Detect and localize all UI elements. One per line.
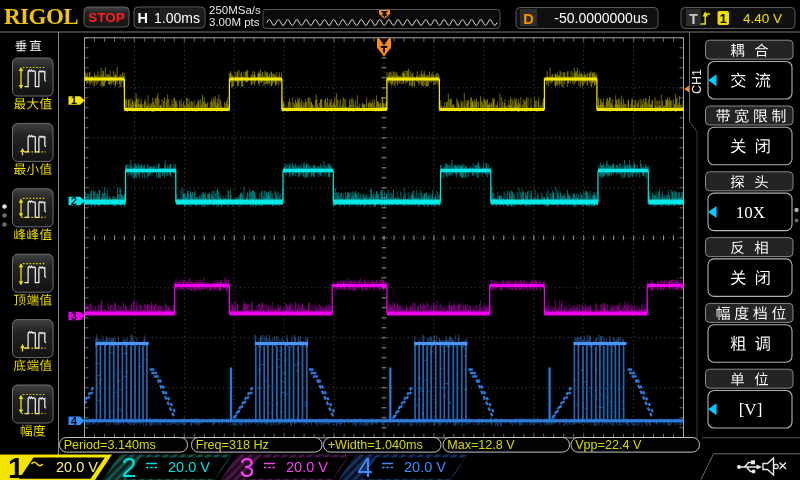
svg-text:4.40 V: 4.40 V <box>743 11 782 26</box>
svg-text:2: 2 <box>122 453 137 480</box>
svg-text:10X: 10X <box>736 203 765 222</box>
svg-text:20.0 V: 20.0 V <box>404 459 446 475</box>
svg-text:250MSa/s: 250MSa/s <box>209 4 261 16</box>
svg-text:RIGOL: RIGOL <box>4 4 78 29</box>
svg-text:20.0 V: 20.0 V <box>168 459 210 475</box>
svg-text:20.0 V: 20.0 V <box>286 459 328 475</box>
svg-text:CH1: CH1 <box>690 69 704 94</box>
svg-text:3.00M pts: 3.00M pts <box>209 16 260 28</box>
svg-text:STOP: STOP <box>88 10 125 25</box>
svg-text:3: 3 <box>71 310 77 322</box>
svg-text:4: 4 <box>358 453 373 480</box>
svg-text:Period=3.140ms: Period=3.140ms <box>64 438 156 452</box>
svg-text:1: 1 <box>8 452 24 480</box>
svg-text:Freq=318 Hz: Freq=318 Hz <box>196 438 269 452</box>
svg-text:1: 1 <box>720 12 727 26</box>
svg-text:D: D <box>523 11 533 27</box>
svg-text:-50.0000000us: -50.0000000us <box>554 10 647 26</box>
svg-text:H: H <box>138 10 148 26</box>
svg-text:3: 3 <box>240 453 255 480</box>
svg-text:[V]: [V] <box>739 400 763 419</box>
svg-text:T: T <box>689 11 698 27</box>
svg-text:20.0 V: 20.0 V <box>56 459 98 475</box>
svg-text:1.00ms: 1.00ms <box>154 10 200 26</box>
svg-text:Max=12.8 V: Max=12.8 V <box>447 438 515 452</box>
svg-text:Vpp=22.4 V: Vpp=22.4 V <box>575 438 642 452</box>
svg-text:1: 1 <box>71 94 77 106</box>
svg-text:2: 2 <box>71 195 77 207</box>
svg-text:+Width=1.040ms: +Width=1.040ms <box>328 438 423 452</box>
svg-text:4: 4 <box>71 415 77 427</box>
